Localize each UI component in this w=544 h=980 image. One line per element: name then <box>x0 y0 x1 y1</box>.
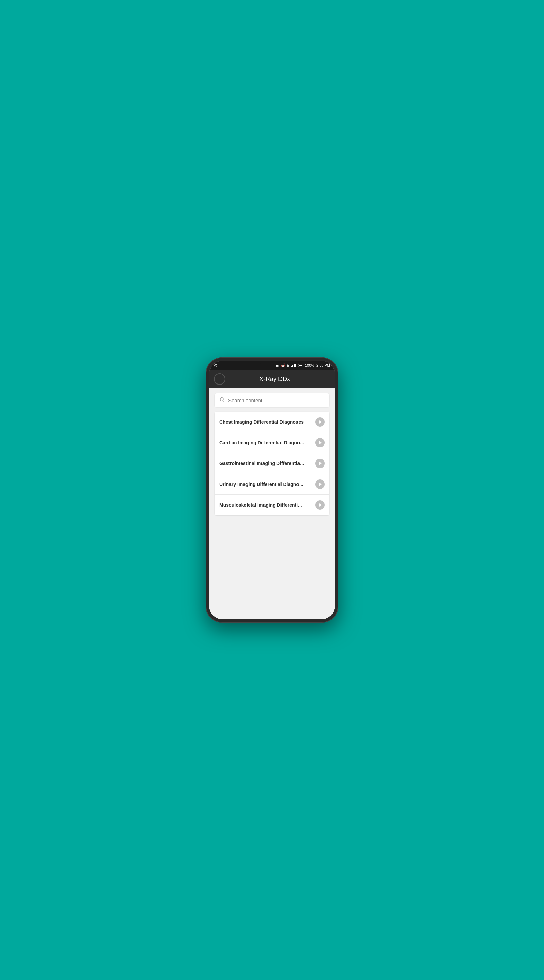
list-item-label: Gastrointestinal Imaging Differentia... <box>219 461 315 466</box>
list-item-label: Cardiac Imaging Differential Diagno... <box>219 440 315 445</box>
search-icon <box>219 397 225 404</box>
list-item[interactable]: Gastrointestinal Imaging Differentia... <box>214 453 330 474</box>
phone-notch <box>260 363 284 365</box>
battery-icon <box>298 364 303 367</box>
hamburger-icon <box>217 377 222 377</box>
list-item[interactable]: Chest Imaging Differential Diagnoses <box>214 412 330 433</box>
hamburger-icon <box>217 379 222 379</box>
chevron-right-icon <box>315 500 325 510</box>
status-left: ⊙ <box>214 363 217 368</box>
network-type-label: E <box>287 363 289 368</box>
camera-app-icon: ⊙ <box>214 363 217 368</box>
search-bar[interactable] <box>214 393 330 407</box>
list-item-label: Chest Imaging Differential Diagnoses <box>219 419 315 425</box>
app-title: X-Ray DDx <box>231 375 319 383</box>
chevron-arrow <box>319 482 322 486</box>
search-input[interactable] <box>228 398 325 403</box>
phone-screen: ⊙ ▣ ⏰ E 100% 2:58 PM <box>209 361 335 619</box>
chevron-right-icon <box>315 459 325 468</box>
list-item[interactable]: Cardiac Imaging Differential Diagno... <box>214 433 330 453</box>
chevron-right-icon <box>315 479 325 489</box>
content-area: Chest Imaging Differential Diagnoses Car… <box>209 388 335 619</box>
status-bar: ⊙ ▣ ⏰ E 100% 2:58 PM <box>209 361 335 370</box>
list-item-label: Urinary Imaging Differential Diagno... <box>219 482 315 487</box>
battery-percent: 100% <box>305 363 314 368</box>
chevron-right-icon <box>315 417 325 427</box>
app-bar: X-Ray DDx <box>209 370 335 388</box>
chevron-arrow <box>319 441 322 444</box>
clock: 2:58 PM <box>316 363 330 368</box>
category-list: Chest Imaging Differential Diagnoses Car… <box>214 412 330 515</box>
signal-icon <box>291 364 296 367</box>
list-item-label: Musculoskeletal Imaging Differenti... <box>219 502 315 508</box>
phone-frame: ⊙ ▣ ⏰ E 100% 2:58 PM <box>206 357 338 623</box>
hamburger-icon <box>217 381 222 382</box>
svg-line-1 <box>223 401 224 402</box>
menu-button[interactable] <box>214 373 225 385</box>
chevron-arrow <box>319 503 322 507</box>
chevron-right-icon <box>315 438 325 447</box>
list-item[interactable]: Musculoskeletal Imaging Differenti... <box>214 495 330 515</box>
chevron-arrow <box>319 420 322 424</box>
chevron-arrow <box>319 462 322 465</box>
list-item[interactable]: Urinary Imaging Differential Diagno... <box>214 474 330 495</box>
